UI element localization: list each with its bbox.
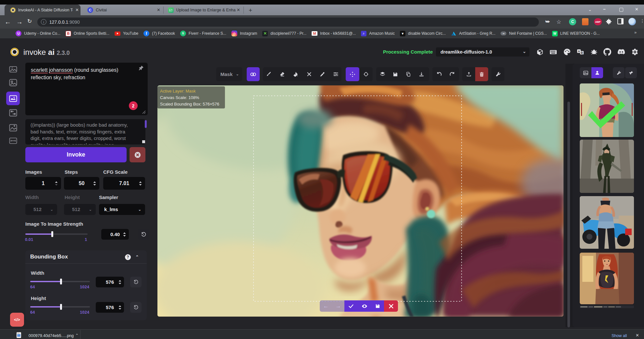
svg-text:A: A [578, 50, 580, 53]
svg-text:文: 文 [580, 51, 583, 55]
svg-text:A: A [11, 66, 13, 69]
